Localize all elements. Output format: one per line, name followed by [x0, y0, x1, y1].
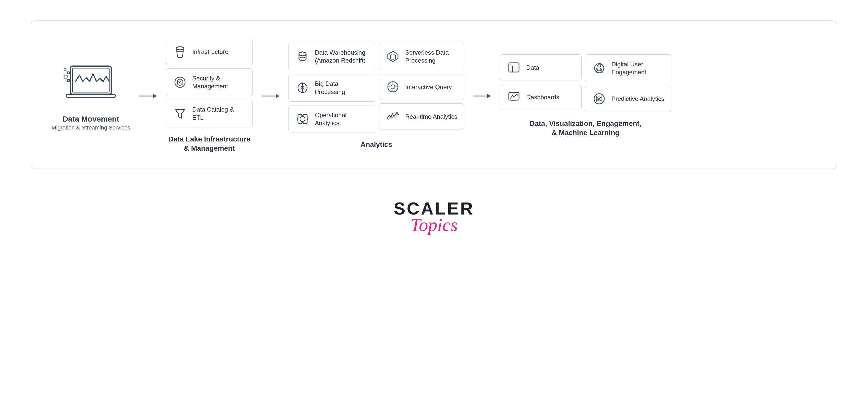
viz-col-1: Data Dashboards	[500, 54, 582, 112]
interactive-card: Interactive Query	[379, 74, 464, 100]
digital-card: Digital UserEngagement	[585, 54, 671, 82]
analytics-col-1: Data Warehousing(Amazon Redshift)	[288, 43, 375, 133]
bigdata-label: Big Data Processing	[315, 80, 368, 95]
catalog-label: Data Catalog & ETL	[192, 105, 246, 121]
serverless-card: Serverless DataProcessing	[379, 43, 464, 70]
funnel-icon	[173, 106, 187, 121]
analytics-section: Data Warehousing(Amazon Redshift)	[288, 43, 464, 149]
svg-point-54	[595, 64, 604, 73]
svg-point-26	[300, 117, 305, 122]
svg-point-56	[596, 68, 598, 69]
bigdata-icon	[296, 81, 310, 95]
svg-rect-6	[67, 80, 69, 82]
arrow-1	[130, 91, 166, 101]
data-movement-title: Data Movement	[63, 115, 119, 123]
query-icon	[386, 80, 400, 94]
visualization-grid: Data Dashboards	[500, 54, 671, 112]
infrastructure-cards: Infrastructure Security &Management	[166, 39, 253, 127]
bucket-icon	[173, 45, 187, 59]
scaler-text: SCALER	[394, 200, 474, 217]
serverless-icon	[386, 49, 400, 64]
svg-point-55	[598, 64, 601, 67]
digital-icon	[592, 61, 606, 75]
svg-point-36	[391, 85, 395, 89]
arrow-3	[464, 91, 500, 101]
laptop-icon	[63, 61, 119, 110]
bigdata-card: Big Data Processing	[288, 74, 375, 101]
infrastructure-title: Data Lake Infrastructure& Management	[168, 134, 250, 153]
svg-rect-30	[306, 118, 308, 120]
dashboards-label: Dashboards	[526, 93, 559, 101]
svg-rect-25	[298, 115, 307, 124]
svg-rect-5	[64, 69, 66, 71]
svg-rect-3	[64, 75, 67, 78]
warehouse-icon	[296, 49, 310, 64]
analytics-col-2: Serverless DataProcessing Interac	[379, 43, 464, 133]
svg-rect-29	[298, 118, 299, 120]
data-movement-subtitle: Migration & Streaming Services	[52, 124, 130, 131]
data-card: Data	[500, 54, 582, 81]
svg-marker-42	[487, 94, 491, 98]
operational-icon	[296, 112, 310, 126]
dashboard-icon	[507, 90, 521, 104]
catalog-card: Data Catalog & ETL	[166, 100, 253, 127]
security-card: Security &Management	[166, 68, 253, 96]
data-label: Data	[526, 64, 539, 71]
security-icon	[173, 75, 187, 89]
viz-col-2: Digital UserEngagement Predictive	[585, 54, 671, 112]
infrastructure-card: Infrastructure	[166, 39, 253, 65]
dashboards-card: Dashboards	[500, 84, 582, 110]
topics-text: Topics	[410, 215, 458, 235]
svg-rect-2	[67, 94, 115, 97]
svg-marker-15	[276, 94, 280, 98]
warehousing-label: Data Warehousing(Amazon Redshift)	[315, 49, 366, 64]
svg-marker-13	[176, 110, 185, 118]
realtime-card: Real-time Analytics	[379, 103, 464, 129]
svg-marker-8	[153, 94, 157, 98]
svg-marker-32	[390, 54, 396, 60]
svg-point-9	[177, 47, 184, 50]
operational-card: OperationalAnalytics	[288, 105, 375, 133]
arrow-2	[253, 91, 288, 101]
interactive-label: Interactive Query	[405, 83, 452, 91]
main-diagram: Data Movement Migration & Streaming Serv…	[31, 21, 837, 169]
infrastructure-section: Infrastructure Security &Management	[166, 39, 253, 153]
serverless-label: Serverless DataProcessing	[405, 49, 449, 64]
svg-point-24	[302, 83, 303, 84]
predictive-label: Predictive Analytics	[612, 95, 664, 103]
svg-rect-28	[302, 123, 304, 124]
analytics-title: Analytics	[361, 140, 393, 149]
realtime-icon	[386, 109, 400, 124]
predictive-card: Predictive Analytics	[585, 86, 671, 112]
digital-label: Digital UserEngagement	[612, 60, 646, 76]
svg-rect-27	[302, 114, 304, 116]
warehousing-card: Data Warehousing(Amazon Redshift)	[288, 43, 375, 70]
visualization-section: Data Dashboards	[500, 54, 671, 137]
data-movement-section: Data Movement Migration & Streaming Serv…	[52, 61, 130, 131]
operational-label: OperationalAnalytics	[315, 111, 346, 127]
svg-rect-46	[510, 64, 512, 65]
security-label: Security &Management	[192, 74, 228, 90]
svg-rect-4	[67, 72, 69, 74]
predictive-icon	[592, 92, 606, 106]
svg-point-57	[600, 68, 602, 69]
infrastructure-label: Infrastructure	[192, 48, 228, 56]
visualization-title: Data, Visualization, Engagement,& Machin…	[529, 119, 641, 138]
realtime-label: Real-time Analytics	[405, 113, 457, 121]
scaler-logo: SCALER Topics	[394, 200, 474, 235]
data-icon	[507, 60, 521, 74]
analytics-grid: Data Warehousing(Amazon Redshift)	[288, 43, 464, 133]
